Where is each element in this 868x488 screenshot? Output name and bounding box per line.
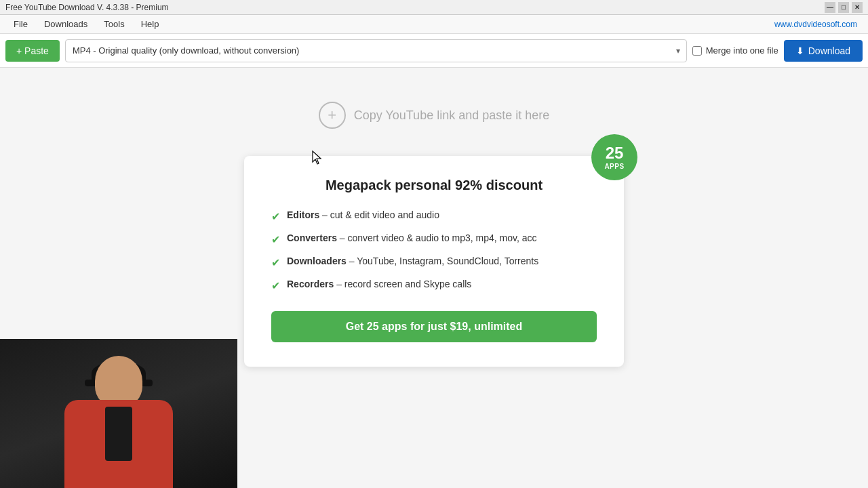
main-content: + Copy YouTube link and paste it here 25… [0,68,868,488]
feature-editors-rest: – cut & edit video and audio [319,209,439,220]
check-icon-editors: ✔ [271,210,280,223]
menu-file[interactable]: File [5,16,36,32]
merge-checkbox[interactable] [692,46,702,56]
feature-converters: ✔ Converters – convert video & audio to … [271,232,597,246]
close-button[interactable]: ✕ [852,2,863,13]
menu-items: File Downloads Tools Help [5,16,167,32]
promo-title: Megapack personal 92% discount [271,178,597,193]
feature-editors: ✔ Editors – cut & edit video and audio [271,209,597,223]
promo-badge-number: 25 [606,144,624,162]
app-title: Free YouTube Download V. 4.3.38 - Premiu… [5,3,169,12]
menu-tools[interactable]: Tools [96,16,132,32]
jacket [64,400,173,488]
feature-downloaders-rest: – YouTube, Instagram, SoundCloud, Torren… [347,256,538,266]
promo-cta-button[interactable]: Get 25 apps for just $19, unlimited [271,311,597,342]
format-select-wrapper: MP4 - Original quality (only download, w… [65,39,687,62]
toolbar: + Paste MP4 - Original quality (only dow… [0,34,868,68]
webcam-person [0,339,237,488]
format-select[interactable]: MP4 - Original quality (only download, w… [65,39,687,62]
promo-features: ✔ Editors – cut & edit video and audio ✔… [271,209,597,292]
paste-area: + Copy YouTube link and paste it here [319,102,550,129]
menu-bar: File Downloads Tools Help www.dvdvideoso… [0,15,868,34]
menu-help[interactable]: Help [133,16,167,32]
check-icon-converters: ✔ [271,233,280,246]
promo-card: 25 APPS Megapack personal 92% discount ✔… [244,156,624,367]
feature-downloaders: ✔ Downloaders – YouTube, Instagram, Soun… [271,256,597,269]
download-icon: ⬇ [796,45,804,56]
feature-recorders-rest: – record screen and Skype calls [334,279,471,289]
feature-editors-bold: Editors [287,209,319,220]
feature-downloaders-bold: Downloaders [287,256,347,266]
maximize-button[interactable]: □ [838,2,849,13]
paste-circle-icon[interactable]: + [319,102,346,129]
promo-badge: 25 APPS [591,134,637,180]
webcam-overlay [0,339,237,488]
paste-hint-text: Copy YouTube link and paste it here [354,108,550,123]
merge-option: Merge into one file [692,45,778,56]
feature-converters-bold: Converters [287,232,337,243]
feature-recorders-bold: Recorders [287,279,334,289]
window-controls: — □ ✕ [825,2,863,13]
feature-converters-rest: – convert video & audio to mp3, mp4, mov… [337,232,537,243]
site-link[interactable]: www.dvdvideosoft.com [774,20,863,29]
merge-label: Merge into one file [706,45,778,56]
check-icon-recorders: ✔ [271,279,280,292]
minimize-button[interactable]: — [825,2,835,13]
paste-button[interactable]: + Paste [5,40,60,62]
download-button[interactable]: ⬇ Download [784,40,863,62]
menu-downloads[interactable]: Downloads [36,16,96,32]
promo-badge-text: APPS [604,163,624,170]
check-icon-downloaders: ✔ [271,256,280,269]
title-bar: Free YouTube Download V. 4.3.38 - Premiu… [0,0,868,15]
head [95,356,142,407]
feature-recorders: ✔ Recorders – record screen and Skype ca… [271,279,597,292]
download-label: Download [808,45,850,56]
